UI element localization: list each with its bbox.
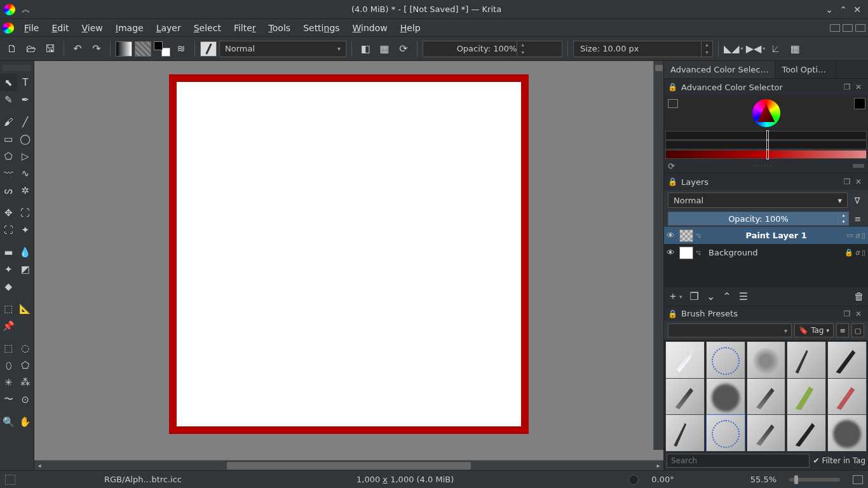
layer-properties-icon[interactable]: ≡ (851, 214, 864, 224)
tab-color-selector[interactable]: Advanced Color Selec… (664, 61, 775, 78)
layer-row[interactable]: 👁 ◹ Background 🔒α▯ (664, 244, 868, 261)
close-button[interactable]: ✕ (850, 4, 864, 15)
gradient-picker[interactable] (116, 41, 132, 57)
menu-tools[interactable]: Tools (262, 20, 297, 36)
blend-mode-combo[interactable]: Normal▾ (219, 41, 346, 57)
brush-preset[interactable] (665, 414, 705, 451)
float-panel-icon[interactable]: ❐ (841, 309, 853, 318)
visibility-icon[interactable]: 👁 (667, 248, 677, 257)
tool-deform[interactable] (17, 278, 34, 295)
tool-bezier[interactable]: 〰 (0, 165, 17, 182)
tool-line[interactable]: ╱ (17, 113, 34, 130)
close-panel-icon[interactable]: ✕ (853, 83, 864, 92)
tool-select-similar[interactable]: ⁂ (17, 374, 34, 391)
panel-resize-strip[interactable]: ⟳······ (664, 159, 868, 173)
tool-select-magnetic[interactable]: ⊙ (17, 391, 34, 408)
tool-select-rect[interactable]: ⬚ (0, 339, 17, 356)
brush-view-grid-icon[interactable]: ▢ (851, 323, 864, 337)
tool-color-picker[interactable]: 💧 (17, 243, 34, 261)
tool-calligraphy[interactable]: ✒ (17, 91, 34, 108)
tool-dynamic-brush[interactable]: ᔕ (0, 182, 17, 199)
brush-preview[interactable] (200, 41, 217, 57)
tool-assistant[interactable]: ⬚ (0, 300, 17, 317)
save-file-button[interactable]: 🖫 (42, 41, 58, 57)
tool-edit-shapes[interactable]: ✎ (0, 91, 17, 108)
brush-preset[interactable] (706, 341, 745, 381)
vertical-scrollbar[interactable] (653, 61, 663, 450)
brush-header[interactable]: 🔒 Brush Presets ❐ ✕ (664, 306, 868, 321)
lock-icon[interactable]: 🔒 (668, 309, 677, 318)
layer-filter-icon[interactable]: ∇ (850, 193, 864, 208)
menu-edit[interactable]: Edit (45, 20, 75, 36)
workspace-chooser-icon[interactable]: ▦ (787, 41, 803, 57)
menu-select[interactable]: Select (187, 20, 227, 36)
status-zoom[interactable]: 55.5% (750, 475, 776, 484)
new-file-button[interactable]: 🗋 (4, 41, 20, 57)
brush-preset[interactable] (787, 414, 826, 451)
zoom-slider[interactable] (789, 478, 840, 482)
brush-preset[interactable] (665, 341, 705, 381)
brush-preset[interactable] (747, 378, 786, 417)
brush-preset[interactable] (827, 341, 867, 381)
tool-select-freehand[interactable]: ⬯ (0, 356, 17, 374)
menu-view[interactable]: View (76, 20, 109, 36)
color-history-1[interactable] (665, 131, 867, 140)
layers-header[interactable]: 🔒 Layers ❐ ✕ (664, 173, 868, 190)
open-file-button[interactable]: 🗁 (23, 41, 39, 57)
tool-transform[interactable]: ⬉ (0, 74, 17, 91)
canvas-document[interactable] (169, 74, 529, 434)
menu-window[interactable]: Window (346, 20, 394, 36)
move-layer-up-button[interactable]: ⌃ (722, 290, 731, 302)
status-color-profile[interactable]: RGB/Alph…btrc.icc (104, 475, 182, 484)
tool-select-polygon[interactable]: ⬠ (17, 356, 34, 374)
brush-search-input[interactable] (667, 454, 810, 468)
visibility-icon[interactable]: 👁 (667, 231, 677, 240)
pattern-picker[interactable] (135, 41, 151, 57)
move-layer-down-button[interactable]: ⌄ (707, 290, 715, 302)
tool-multibrush[interactable]: ✲ (17, 182, 34, 199)
lock-icon[interactable]: 🔒 (668, 83, 677, 92)
menu-layer[interactable]: Layer (150, 20, 187, 36)
layer-blend-combo[interactable]: Normal▾ (668, 193, 848, 208)
tool-ellipse[interactable]: ◯ (17, 130, 34, 147)
layer-opacity-slider[interactable]: Opacity: 100%▴▾ (668, 212, 849, 226)
brush-preset[interactable] (787, 341, 826, 381)
tool-move-layer[interactable]: ✦ (17, 221, 34, 238)
tool-polygon[interactable]: ⬠ (0, 147, 17, 165)
tool-polyline[interactable]: ▷ (17, 147, 34, 165)
tool-gradient[interactable]: ◩ (17, 261, 34, 278)
zoom-fit-icon[interactable] (853, 475, 863, 484)
color-shade-strip[interactable] (665, 150, 867, 159)
add-layer-button[interactable]: ＋ (668, 290, 678, 303)
tool-pattern-edit[interactable]: ◆ (0, 278, 17, 295)
tool-freehand-path[interactable]: ∿ (17, 165, 34, 182)
tool-brush[interactable]: 🖌 (0, 113, 17, 130)
tab-tool-options[interactable]: Tool Opti… (775, 61, 836, 78)
app-menu-icon[interactable] (3, 22, 14, 34)
float-panel-icon[interactable]: ❐ (841, 177, 853, 186)
brush-preset[interactable] (665, 378, 705, 417)
menu-settings[interactable]: Settings (297, 20, 346, 36)
float-panel-icon[interactable]: ❐ (841, 83, 853, 92)
menu-help[interactable]: Help (394, 20, 427, 36)
layer-extra-icon[interactable]: ▯ (862, 231, 865, 240)
tool-measure[interactable]: 📐 (17, 300, 34, 317)
lock-icon[interactable]: 🔒 (668, 177, 677, 186)
close-panel-icon[interactable]: ✕ (853, 177, 864, 186)
tool-rectangle[interactable]: ▭ (0, 130, 17, 147)
brush-settings-icon[interactable]: ≋ (173, 41, 189, 57)
wrap-around-icon[interactable]: ⟀ (768, 41, 784, 57)
layer-extra-icon[interactable]: ▯ (862, 248, 865, 257)
minimize-button[interactable]: ⌄ (822, 4, 836, 15)
menu-image[interactable]: Image (109, 20, 150, 36)
tool-reference[interactable]: 📌 (0, 317, 17, 334)
horizontal-scrollbar[interactable]: ◂▸ (34, 460, 663, 470)
canvas-area[interactable] (34, 61, 663, 460)
status-brush-preview[interactable] (628, 475, 639, 485)
delete-layer-button[interactable]: 🗑 (854, 290, 864, 302)
color-swatch[interactable] (854, 98, 865, 109)
tool-pan[interactable]: ✋ (17, 413, 34, 430)
alpha-icon[interactable]: α (855, 248, 860, 257)
undo-button[interactable]: ↶ (69, 41, 86, 57)
menu-file[interactable]: File (18, 20, 45, 36)
